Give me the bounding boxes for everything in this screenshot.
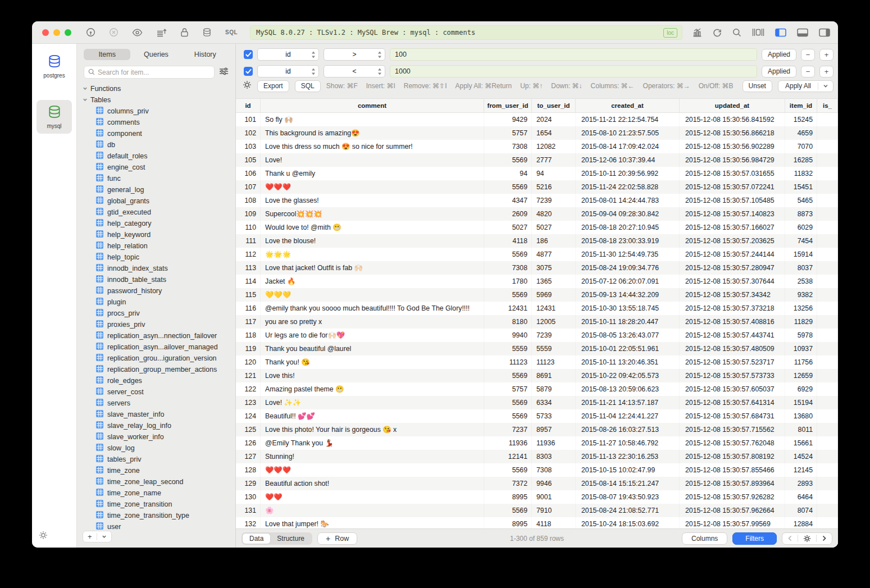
sidebar-table-component[interactable]: component (83, 128, 235, 139)
search-icon[interactable] (732, 28, 741, 37)
table-row[interactable]: 128❤️❤️❤️556973082015-10-15 10:02:47.992… (236, 463, 838, 477)
sidebar-table-default_roles[interactable]: default_roles (83, 151, 235, 162)
table-row[interactable]: 117you are so pretty x8180120052015-10-1… (236, 315, 838, 329)
sidebar-table-time_zone_transition_type[interactable]: time_zone_transition_type (83, 510, 235, 521)
table-row[interactable]: 119Thank you beautiful @laurel5559555920… (236, 342, 838, 355)
table-row[interactable]: 112🌟🌟🌟556948772015-11-30 12:54:49.735201… (236, 248, 838, 261)
tab-items[interactable]: Items (84, 49, 130, 60)
sidebar-table-comments[interactable]: comments (83, 117, 235, 128)
table-row[interactable]: 127Stunning!1214183032015-11-13 22:30:16… (236, 450, 838, 463)
table-row[interactable]: 106Thank u @emily94942015-10-11 20:39:56… (236, 167, 838, 180)
chevron-left-icon[interactable] (782, 535, 798, 541)
chart-icon[interactable] (693, 28, 702, 37)
table-settings-gear-icon[interactable] (798, 535, 816, 543)
table-row[interactable]: 126@Emily Thank you 💃🏽11936119362015-11-… (236, 436, 838, 450)
table-row[interactable]: 131🌸556979102015-08-24 21:08:52.7712015-… (236, 504, 838, 517)
tab-queries[interactable]: Queries (133, 49, 179, 60)
sidebar-table-plugin[interactable]: plugin (83, 297, 235, 308)
plus-icon[interactable]: + (83, 532, 97, 541)
filter-enabled-checkbox[interactable] (244, 67, 253, 76)
filter-enabled-checkbox[interactable] (244, 50, 253, 59)
table-row[interactable]: 120Thank you! 😘11123111232015-10-11 13:2… (236, 355, 838, 369)
add-item-button[interactable]: + (83, 531, 112, 543)
lock-icon[interactable] (180, 28, 189, 37)
sidebar-table-general_log[interactable]: general_log (83, 184, 235, 195)
table-row[interactable]: 105Love!556927772015-12-06 10:37:39.4420… (236, 153, 838, 167)
close-window-button[interactable] (42, 29, 49, 36)
table-row[interactable]: 132Love that jumper! 🐎899541182015-10-24… (236, 517, 838, 528)
sidebar-table-help_topic[interactable]: help_topic (83, 252, 235, 263)
table-row[interactable]: 129Beautiful action shot!737299462015-08… (236, 477, 838, 490)
sidebar-table-time_zone_transition[interactable]: time_zone_transition (83, 499, 235, 510)
sidebar-table-proxies_priv[interactable]: proxies_priv (83, 319, 235, 330)
sidebar-table-help_category[interactable]: help_category (83, 218, 235, 229)
connection-mysql[interactable]: mysql (37, 100, 72, 134)
sidebar-table-replication_asyn...ailover_managed[interactable]: replication_asyn...ailover_managed (83, 341, 235, 353)
table-row[interactable]: 121Love this!556986912015-10-22 09:42:05… (236, 369, 838, 382)
search-input[interactable] (98, 69, 210, 76)
filter-column-select[interactable]: id (257, 65, 319, 78)
table-row[interactable]: 107❤️❤️❤️556952162015-11-24 22:02:58.828… (236, 180, 838, 194)
sidebar-table-time_zone_leap_second[interactable]: time_zone_leap_second (83, 476, 235, 487)
sql-button[interactable]: SQL (295, 80, 321, 92)
table-row[interactable]: 111Love the blouse!41181862015-08-18 23:… (236, 234, 838, 248)
export-button[interactable]: Export (257, 80, 289, 92)
table-row[interactable]: 103Love this dress so much 😍 so nice for… (236, 140, 838, 153)
sidebar-table-time_zone_name[interactable]: time_zone_name (83, 487, 235, 499)
remove-filter-button[interactable]: − (801, 66, 815, 78)
table-row[interactable]: 108Love the glasses!434772392015-08-01 1… (236, 194, 838, 207)
table-row[interactable]: 110Would love to! @mith 😬502750272015-08… (236, 221, 838, 234)
sidebar-table-func[interactable]: func (83, 173, 235, 184)
filter-value-input[interactable] (390, 48, 757, 61)
sidebar-table-password_history[interactable]: password_history (83, 285, 235, 297)
log-icon[interactable] (156, 28, 167, 37)
toggle-sidebar-icon[interactable] (775, 28, 786, 37)
sidebar-table-servers[interactable]: servers (83, 398, 235, 409)
filter-operator-select[interactable]: < (324, 65, 385, 78)
filter-applied-button[interactable]: Applied (762, 66, 796, 78)
toggle-right-panel-icon[interactable] (819, 28, 830, 37)
column-header-to_user_id[interactable]: to_user_id (532, 99, 576, 112)
chevron-right-icon[interactable] (817, 535, 832, 541)
sidebar-table-columns_priv[interactable]: columns_priv (83, 106, 235, 117)
table-row[interactable]: 109Supercool💥💥💥260948202015-09-04 09:28:… (236, 207, 838, 221)
zoom-window-button[interactable] (65, 29, 71, 36)
settings-gear-icon[interactable] (39, 531, 48, 542)
sidebar-table-replication_asyn...nnection_failover[interactable]: replication_asyn...nnection_failover (83, 330, 235, 341)
sidebar-table-global_grants[interactable]: global_grants (83, 195, 235, 207)
chevron-down-icon[interactable] (818, 83, 833, 89)
column-header-id[interactable]: id (236, 99, 261, 112)
table-row[interactable]: 101So fly 🙌🏼942920242015-11-21 22:12:54.… (236, 113, 838, 126)
filters-button[interactable]: Filters (732, 532, 777, 545)
eye-icon[interactable] (132, 29, 143, 37)
remove-filter-button[interactable]: − (801, 49, 815, 61)
sidebar-table-slow_log[interactable]: slow_log (83, 443, 235, 454)
sidebar-table-slave_master_info[interactable]: slave_master_info (83, 409, 235, 420)
sidebar-table-engine_cost[interactable]: engine_cost (83, 162, 235, 173)
sidebar-table-help_relation[interactable]: help_relation (83, 240, 235, 252)
connection-postgres[interactable]: postgres (37, 49, 72, 83)
sidebar-table-role_edges[interactable]: role_edges (83, 375, 235, 386)
tab-history[interactable]: History (182, 49, 229, 60)
sql-editor-icon[interactable]: SQL (225, 29, 238, 35)
sidebar-table-help_keyword[interactable]: help_keyword (83, 229, 235, 240)
sidebar-table-innodb_table_stats[interactable]: innodb_table_stats (83, 274, 235, 285)
tab-structure[interactable]: Structure (270, 534, 311, 544)
sidebar-table-slave_relay_log_info[interactable]: slave_relay_log_info (83, 420, 235, 431)
filter-settings-gear-icon[interactable] (243, 80, 252, 92)
table-row[interactable]: 118Ur legs are to die for🙌🏻💖994072392015… (236, 329, 838, 342)
sidebar-table-innodb_index_stats[interactable]: innodb_index_stats (83, 263, 235, 274)
column-header-is_[interactable]: is_ (817, 99, 838, 112)
table-row[interactable]: 122Amazing pastel theme 😬575758792015-08… (236, 382, 838, 396)
minimize-window-button[interactable] (53, 29, 60, 36)
table-row[interactable]: 123Love! ✨✨556963342015-11-21 14:13:57.1… (236, 396, 838, 409)
column-header-updated_at[interactable]: updated_at (680, 99, 785, 112)
sidebar-table-gtid_executed[interactable]: gtid_executed (83, 207, 235, 218)
sidebar-table-procs_priv[interactable]: procs_priv (83, 308, 235, 319)
sidebar-table-slave_worker_info[interactable]: slave_worker_info (83, 431, 235, 443)
unset-button[interactable]: Unset (743, 80, 772, 92)
disconnect-icon[interactable] (109, 28, 119, 37)
column-header-created_at[interactable]: created_at (576, 99, 680, 112)
database-icon[interactable] (202, 28, 212, 37)
toggle-bottom-panel-icon[interactable] (797, 28, 808, 37)
